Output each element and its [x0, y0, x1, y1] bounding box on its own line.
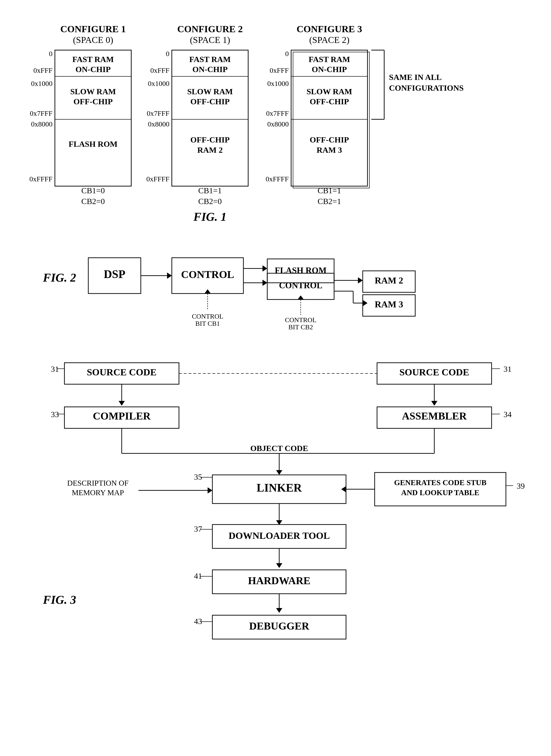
c3-seg3-l1: OFF-CHIP [310, 135, 349, 144]
num-35: 35 [194, 473, 202, 481]
addr-c3-7fff: 0x7FFF [266, 109, 289, 117]
c1-footer2: CB2=0 [81, 197, 105, 206]
addr-c2-7fff: 0x7FFF [147, 109, 169, 117]
addr-c2-ffff: 0xFFFF [146, 175, 169, 183]
c2-seg2-l1: SLOW RAM [187, 87, 233, 96]
fig1-diagram: CONFIGURE 1 (SPACE 0) CONFIGURE 2 (SPACE… [29, 19, 530, 234]
source-code-right-label: SOURCE CODE [400, 367, 469, 377]
assembler-label: ASSEMBLER [402, 410, 467, 422]
flash-rom-label: FLASH ROM [274, 265, 327, 275]
addr-c2-1000: 0x1000 [148, 79, 169, 87]
addr-c1-0: 0 [49, 50, 52, 57]
cb1-label-l2: BIT CB1 [195, 320, 220, 327]
addr-c1-8000: 0x8000 [31, 120, 52, 128]
c2-seg3-l1: OFF-CHIP [190, 135, 229, 144]
arrowhead-obj-linker [276, 470, 282, 475]
arrowhead-sc-assembler [431, 401, 437, 406]
addr-c3-0: 0 [285, 50, 289, 57]
cb2-label-l2: BIT CB2 [289, 323, 313, 331]
num-31-right: 31 [504, 364, 512, 373]
dsp-label: DSP [104, 268, 125, 280]
config1-space: (SPACE 0) [73, 35, 113, 45]
config1-title: CONFIGURE 1 [60, 24, 126, 34]
c3-seg1-l2: ON-CHIP [312, 65, 347, 74]
downloader-label: DOWNLOADER TOOL [228, 530, 330, 541]
c1-seg2-l1: SLOW RAM [70, 87, 116, 96]
c1-footer1: CB1=0 [81, 186, 105, 195]
object-code-label: OBJECT CODE [250, 444, 308, 453]
c2-seg1-l1: FAST RAM [189, 55, 230, 64]
c3-seg3-l2: RAM 3 [317, 146, 342, 154]
control2-label: CONTROL [279, 281, 323, 290]
arrowhead-ctrl2-ram3 [363, 300, 368, 306]
config2-title: CONFIGURE 2 [177, 24, 243, 34]
cb1-arrow [204, 289, 211, 293]
arrowhead-ctrl1-flash [262, 265, 267, 271]
desc-memory-l1: DESCRIPTION OF [67, 479, 129, 487]
num-43: 43 [194, 617, 202, 626]
arrowhead-generates-linker [341, 486, 346, 492]
source-code-left-label: SOURCE CODE [87, 367, 156, 377]
c2-footer1: CB1=1 [198, 186, 222, 195]
cb1-label-l1: CONTROL [192, 312, 223, 320]
c3-footer1: CB1=1 [318, 186, 341, 195]
linker-label: LINKER [256, 481, 302, 494]
config3-space: (SPACE 2) [309, 35, 350, 45]
num-34: 34 [504, 410, 512, 419]
desc-memory-l2: MEMORY MAP [72, 488, 124, 497]
config3-title: CONFIGURE 3 [297, 24, 362, 34]
c3-seg1-l1: FAST RAM [309, 55, 350, 64]
c1-seg1-l2: ON-CHIP [75, 65, 110, 74]
c1-seg1-l1: FAST RAM [72, 55, 114, 64]
num-37: 37 [194, 525, 202, 533]
fig2-diagram: FIG. 2 DSP CONTROL CONTROL BIT CB1 FLASH… [29, 234, 530, 353]
arrowhead-sc-compiler [119, 401, 125, 406]
addr-c2-8000: 0x8000 [148, 120, 169, 128]
c1-seg3: FLASH ROM [69, 140, 118, 148]
same-label-l1: SAME IN ALL [389, 73, 442, 82]
c3-seg2-l2: OFF-CHIP [310, 97, 349, 106]
c3-footer2: CB2=1 [318, 197, 341, 206]
debugger-label: DEBUGGER [249, 620, 310, 632]
hardware-label: HARDWARE [248, 575, 311, 587]
c1-seg2-l2: OFF-CHIP [73, 97, 113, 106]
addr-c1-7fff: 0x7FFF [30, 109, 52, 117]
addr-c1-fff: 0xFFF [33, 66, 52, 74]
control1-label: CONTROL [181, 269, 234, 280]
page: CONFIGURE 1 (SPACE 0) CONFIGURE 2 (SPACE… [0, 0, 551, 756]
arrow-head-dsp-ctrl1 [167, 272, 172, 279]
generates-label-l2: AND LOOKUP TABLE [401, 488, 479, 497]
compiler-label: COMPILER [93, 410, 151, 422]
arrowhead-hw-debugger [276, 608, 282, 613]
arrowhead-desc-linker [207, 487, 212, 494]
ram2-label: RAM 2 [375, 275, 403, 285]
c2-seg2-l2: OFF-CHIP [190, 97, 229, 106]
c3-seg2-l1: SLOW RAM [307, 87, 352, 96]
arrowhead-ctrl2-ram2 [358, 277, 363, 283]
fig1-title: FIG. 1 [193, 210, 227, 223]
fig2-title: FIG. 2 [43, 271, 76, 284]
addr-c2-fff: 0xFFF [150, 66, 169, 74]
num-39: 39 [517, 482, 525, 491]
addr-c1-1000: 0x1000 [31, 79, 52, 87]
fig3-title: FIG. 3 [43, 593, 76, 606]
fig3-diagram: FIG. 3 31 SOURCE CODE SOURCE CODE 31 33 … [29, 353, 530, 675]
addr-c3-ffff: 0xFFFF [265, 175, 289, 183]
c2-seg3-l2: RAM 2 [197, 146, 223, 154]
arrowhead-ctrl1-ctrl2 [262, 280, 267, 286]
addr-c2-0: 0 [166, 50, 169, 57]
cb2-label-l1: CONTROL [285, 316, 317, 323]
c2-seg1-l2: ON-CHIP [192, 65, 227, 74]
config2-space: (SPACE 1) [190, 35, 230, 45]
same-label-l2: CONFIGURATIONS [389, 83, 464, 92]
addr-c3-1000: 0x1000 [267, 79, 289, 87]
addr-c3-8000: 0x8000 [267, 120, 289, 128]
addr-c1-ffff: 0xFFFF [29, 175, 52, 183]
ram3-label: RAM 3 [375, 299, 403, 309]
c2-footer2: CB2=0 [198, 197, 222, 206]
addr-c3-fff: 0xFFF [269, 66, 289, 74]
cb2-arrow [298, 295, 304, 299]
num-33: 33 [51, 410, 59, 419]
num-41: 41 [194, 572, 202, 580]
generates-label-l1: GENERATES CODE STUB [394, 478, 486, 487]
